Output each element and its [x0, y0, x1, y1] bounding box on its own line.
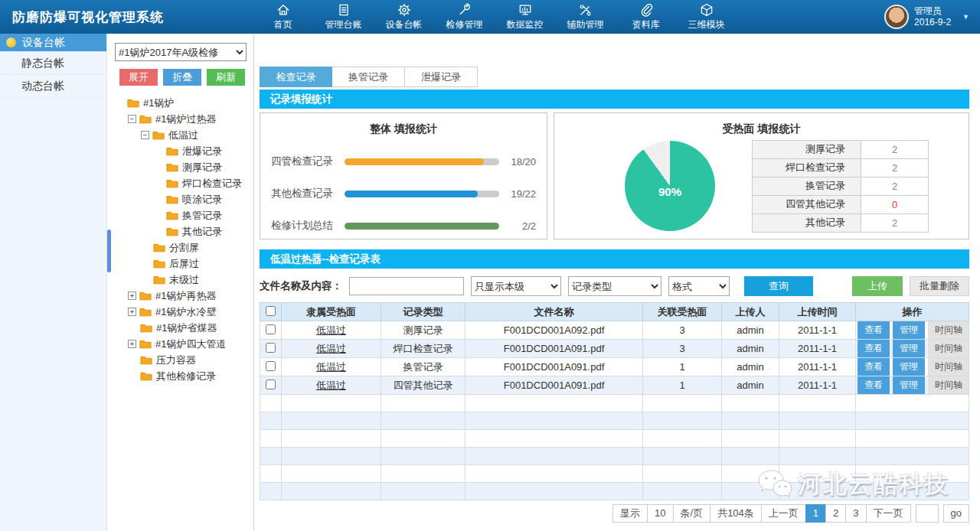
sidebar-item-label: 设备台帐 [22, 36, 65, 50]
sidebar-item-1[interactable]: 设备台帐 [0, 34, 106, 52]
collapse-button[interactable]: 折叠 [163, 69, 201, 86]
view-button[interactable]: 查看 [858, 358, 890, 376]
timeline-button[interactable]: 时间轴 [928, 321, 969, 339]
tree-node-5[interactable]: 测厚记录 [115, 159, 249, 175]
nav-item-8[interactable]: 三维模块 [676, 0, 737, 34]
empty-cell [466, 465, 643, 483]
sidebar-item-3[interactable]: 动态台帐 [0, 75, 106, 98]
stat-table-row: 焊口检查记录2 [753, 158, 929, 177]
tree-node-10[interactable]: 分割屏 [115, 239, 249, 256]
next-page-button[interactable]: 下一页 [866, 504, 911, 523]
tab-2[interactable]: 换管记录 [332, 67, 405, 87]
refresh-button[interactable]: 刷新 [207, 69, 245, 86]
nav-item-7[interactable]: 资料库 [616, 0, 676, 34]
table-row: 低温过四管其他记录F001DCD001A091.pdf1admin2011-1-… [260, 376, 969, 395]
prev-page-button[interactable]: 上一页 [761, 504, 806, 523]
chevron-down-icon[interactable]: ▼ [962, 13, 969, 21]
file-filter-input[interactable] [349, 277, 464, 295]
manage-button[interactable]: 管理 [893, 340, 925, 357]
page-number-3[interactable]: 3 [845, 504, 866, 523]
nav-item-1[interactable]: 首页 [253, 0, 313, 34]
nav-item-3[interactable]: 设备台帐 [374, 0, 434, 34]
search-button[interactable]: 查询 [744, 276, 813, 296]
collapse-node-icon[interactable]: − [128, 115, 136, 123]
expand-node-icon[interactable]: + [128, 292, 136, 300]
stat-table-row: 换管记录2 [753, 177, 929, 195]
tree-node-16[interactable]: +#1锅炉四大管道 [115, 336, 249, 352]
tree-node-label: #1锅炉再热器 [155, 289, 216, 303]
tree-node-18[interactable]: 其他检修记录 [115, 368, 249, 384]
table-row: 低温过焊口检查记录F001DCD001A091.pdf3admin2011-1-… [260, 340, 969, 358]
surface-link[interactable]: 低温过 [316, 324, 346, 336]
user-menu[interactable]: 管理员 2016-9-2 ▼ [884, 5, 980, 29]
surface-cell: 低温过 [282, 321, 381, 340]
record-type-cell: 四管其他记录 [381, 376, 466, 395]
timeline-button[interactable]: 时间轴 [928, 340, 969, 357]
tree-node-7[interactable]: 喷涂记录 [115, 191, 249, 207]
upload-date-cell: 2011-1-1 [779, 358, 856, 376]
file-name-cell: F001DCD001A091.pdf [466, 358, 643, 376]
surface-link[interactable]: 低温过 [316, 361, 346, 373]
tree-node-9[interactable]: 其他记录 [115, 223, 249, 239]
record-type-cell: 换管记录 [381, 358, 466, 376]
format-select[interactable]: 格式 [668, 276, 730, 296]
tree-node-14[interactable]: +#1锅炉水冷壁 [115, 304, 249, 320]
batch-delete-button[interactable]: 批量删除 [910, 276, 969, 296]
tree-node-17[interactable]: 压力容器 [115, 352, 249, 368]
progress-fill [345, 191, 478, 197]
surface-link[interactable]: 低温过 [316, 380, 346, 391]
tree-node-3[interactable]: −低温过 [115, 127, 249, 143]
tree-node-6[interactable]: 焊口检查记录 [115, 175, 249, 191]
record-type-select[interactable]: 记录类型 [568, 276, 662, 296]
folder-icon [166, 210, 178, 220]
collapse-node-icon[interactable]: − [141, 131, 149, 139]
folder-icon [140, 371, 152, 381]
nav-item-5[interactable]: 数据监控 [495, 0, 555, 34]
row-checkbox[interactable] [266, 361, 276, 371]
view-button[interactable]: 查看 [858, 321, 890, 339]
upload-button[interactable]: 上传 [852, 276, 903, 296]
tab-1[interactable]: 检查记录 [260, 67, 332, 87]
tree-node-8[interactable]: 换管记录 [115, 207, 249, 223]
tree-scrollbar[interactable] [107, 230, 111, 272]
tree-node-12[interactable]: 末级过 [115, 272, 249, 288]
select-all-checkbox[interactable] [266, 306, 276, 316]
manage-button[interactable]: 管理 [893, 376, 925, 394]
view-button[interactable]: 查看 [858, 340, 890, 357]
scope-select[interactable]: 只显示本级 [471, 276, 561, 296]
cube-icon [699, 2, 714, 18]
expand-button[interactable]: 展开 [119, 69, 158, 86]
nav-item-2[interactable]: 管理台账 [313, 0, 374, 34]
nav-item-6[interactable]: 辅助管理 [555, 0, 616, 34]
page-number-1[interactable]: 1 [805, 504, 826, 523]
folder-icon [166, 226, 178, 236]
row-checkbox[interactable] [266, 380, 276, 389]
expand-node-icon[interactable]: + [128, 308, 136, 316]
goto-page-input[interactable] [916, 504, 939, 523]
go-button[interactable]: go [943, 504, 969, 523]
tab-3[interactable]: 泄爆记录 [405, 67, 478, 87]
row-checkbox[interactable] [266, 324, 276, 334]
sidebar-item-2[interactable]: 静态台帐 [0, 52, 106, 75]
nav-item-4[interactable]: 检修管理 [434, 0, 495, 34]
tree-node-15[interactable]: #1锅炉省煤器 [115, 320, 249, 336]
surface-link[interactable]: 低温过 [316, 343, 346, 354]
timeline-button[interactable]: 时间轴 [928, 358, 969, 376]
folder-icon [139, 339, 152, 349]
row-checkbox[interactable] [266, 343, 276, 353]
manage-button[interactable]: 管理 [893, 358, 925, 376]
timeline-button[interactable]: 时间轴 [928, 376, 969, 394]
manage-button[interactable]: 管理 [893, 321, 925, 339]
empty-cell [856, 465, 969, 483]
tree-node-2[interactable]: −#1锅炉过热器 [115, 111, 249, 127]
tree-node-1[interactable]: #1锅炉 [115, 95, 249, 111]
expand-node-icon[interactable]: + [128, 340, 136, 348]
tree-node-11[interactable]: 后屏过 [115, 256, 249, 272]
tree-node-4[interactable]: 泄爆记录 [115, 143, 249, 159]
tree-node-13[interactable]: +#1锅炉再热器 [115, 288, 249, 304]
row-select-cell [260, 321, 282, 340]
file-name-cell: F001DCD001A091.pdf [466, 340, 643, 358]
overhaul-version-select[interactable]: #1锅炉2017年A级检修 [115, 43, 247, 61]
page-number-2[interactable]: 2 [825, 504, 846, 523]
view-button[interactable]: 查看 [858, 376, 890, 394]
